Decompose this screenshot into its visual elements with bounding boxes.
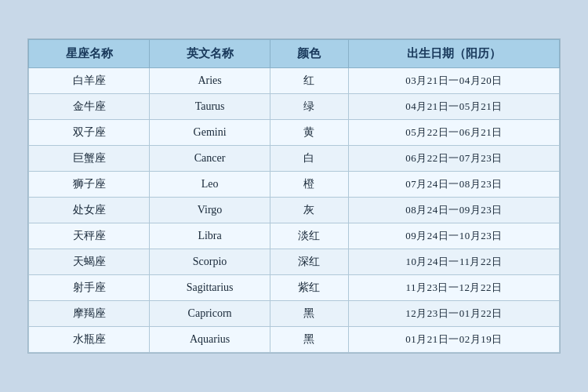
table-row: 水瓶座Aquarius黑01月21日一02月19日: [29, 327, 560, 353]
cell-color: 绿: [270, 94, 349, 120]
cell-chinese-name: 天蝎座: [29, 249, 150, 275]
cell-dates: 06月22日一07月23日: [348, 146, 559, 172]
cell-english-name: Aries: [150, 68, 270, 94]
header-english-name: 英文名称: [150, 40, 270, 68]
header-color: 颜色: [270, 40, 349, 68]
cell-color: 黄: [270, 120, 349, 146]
table-row: 天秤座Libra淡红09月24日一10月23日: [29, 223, 560, 249]
table-row: 射手座Sagittarius紫红11月23日一12月22日: [29, 275, 560, 301]
cell-chinese-name: 狮子座: [29, 172, 150, 198]
cell-chinese-name: 金牛座: [29, 94, 150, 120]
zodiac-table: 星座名称 英文名称 颜色 出生日期（阳历） 白羊座Aries红03月21日一04…: [28, 39, 560, 353]
table-row: 摩羯座Capricorn黑12月23日一01月22日: [29, 301, 560, 327]
table-row: 巨蟹座Cancer白06月22日一07月23日: [29, 146, 560, 172]
zodiac-table-container: 星座名称 英文名称 颜色 出生日期（阳历） 白羊座Aries红03月21日一04…: [27, 38, 561, 354]
cell-color: 紫红: [270, 275, 349, 301]
cell-dates: 04月21日一05月21日: [348, 94, 559, 120]
cell-chinese-name: 双子座: [29, 120, 150, 146]
cell-color: 灰: [270, 198, 349, 223]
cell-color: 白: [270, 146, 349, 172]
cell-dates: 11月23日一12月22日: [348, 275, 559, 301]
cell-dates: 10月24日一11月22日: [348, 249, 559, 275]
cell-chinese-name: 天秤座: [29, 223, 150, 249]
cell-color: 黑: [270, 327, 349, 353]
table-row: 金牛座Taurus绿04月21日一05月21日: [29, 94, 560, 120]
header-chinese-name: 星座名称: [29, 40, 150, 68]
table-row: 白羊座Aries红03月21日一04月20日: [29, 68, 560, 94]
cell-dates: 03月21日一04月20日: [348, 68, 559, 94]
cell-english-name: Capricorn: [150, 301, 270, 327]
cell-color: 红: [270, 68, 349, 94]
cell-english-name: Libra: [150, 223, 270, 249]
cell-color: 淡红: [270, 223, 349, 249]
cell-chinese-name: 摩羯座: [29, 301, 150, 327]
cell-color: 橙: [270, 172, 349, 198]
cell-chinese-name: 白羊座: [29, 68, 150, 94]
cell-dates: 09月24日一10月23日: [348, 223, 559, 249]
cell-english-name: Scorpio: [150, 249, 270, 275]
cell-english-name: Taurus: [150, 94, 270, 120]
cell-dates: 07月24日一08月23日: [348, 172, 559, 198]
table-header-row: 星座名称 英文名称 颜色 出生日期（阳历）: [29, 40, 560, 68]
cell-english-name: Virgo: [150, 198, 270, 223]
cell-english-name: Aquarius: [150, 327, 270, 353]
cell-color: 黑: [270, 301, 349, 327]
table-row: 双子座Gemini黄05月22日一06月21日: [29, 120, 560, 146]
header-birth-date: 出生日期（阳历）: [348, 40, 559, 68]
cell-english-name: Leo: [150, 172, 270, 198]
table-row: 狮子座Leo橙07月24日一08月23日: [29, 172, 560, 198]
cell-english-name: Cancer: [150, 146, 270, 172]
cell-english-name: Sagittarius: [150, 275, 270, 301]
cell-color: 深红: [270, 249, 349, 275]
cell-chinese-name: 处女座: [29, 198, 150, 223]
cell-dates: 01月21日一02月19日: [348, 327, 559, 353]
table-row: 处女座Virgo灰08月24日一09月23日: [29, 198, 560, 223]
cell-english-name: Gemini: [150, 120, 270, 146]
cell-chinese-name: 射手座: [29, 275, 150, 301]
table-row: 天蝎座Scorpio深红10月24日一11月22日: [29, 249, 560, 275]
cell-dates: 05月22日一06月21日: [348, 120, 559, 146]
cell-chinese-name: 水瓶座: [29, 327, 150, 353]
cell-chinese-name: 巨蟹座: [29, 146, 150, 172]
cell-dates: 12月23日一01月22日: [348, 301, 559, 327]
cell-dates: 08月24日一09月23日: [348, 198, 559, 223]
